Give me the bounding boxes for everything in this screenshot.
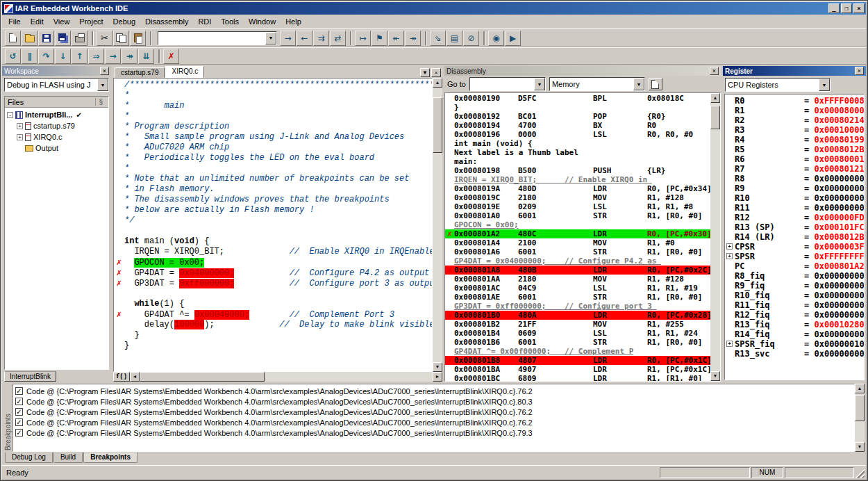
code-line[interactable] — [114, 288, 432, 299]
breakpoint-row[interactable]: ✓Code @ {C:\Program Files\IAR Systems\Em… — [15, 417, 853, 427]
breakpoint-row[interactable]: ✓Code @ {C:\Program Files\IAR Systems\Em… — [15, 386, 853, 396]
expand-icon[interactable]: + — [17, 134, 23, 140]
register-row-r7[interactable]: R7= 0x00080121 — [726, 164, 864, 174]
scroll-left-icon[interactable]: ◄ — [130, 372, 140, 382]
register-row-r9-fiq[interactable]: R9_fiq= 0x00000000 — [726, 281, 864, 291]
disassembly-vertical-scrollbar[interactable]: ▲ ▼ — [710, 93, 720, 381]
toggle-breakpoint-button[interactable]: ◉ — [488, 31, 504, 46]
code-line[interactable]: */ — [114, 215, 432, 226]
code-line[interactable]: * Small sample program using J-Link and … — [114, 132, 432, 142]
disasm-row[interactable]: GP4DAT ^= 0x00f00000; // Complement P — [445, 347, 710, 356]
disasm-row[interactable]: int main (void) { — [445, 139, 710, 148]
find-previous-button[interactable]: ← — [297, 31, 312, 46]
disasm-row[interactable]: 0x000801B66001STRR1, [R0, #0] — [445, 338, 710, 347]
register-row-r3[interactable]: R3= 0x00010000 — [726, 125, 864, 135]
disasm-row[interactable]: 0x0008019A480DLDRR0, [PC,#0x34] — [445, 184, 710, 193]
code-line[interactable]: * main — [114, 101, 432, 111]
menu-edit[interactable]: Edit — [26, 15, 49, 28]
disasm-row[interactable]: 0x000801AE6001STRR1, [R0, #0] — [445, 293, 710, 302]
register-row-r14-lr[interactable]: R14 (LR)= 0x0008012B — [726, 232, 864, 242]
code-editor[interactable]: /***************************************… — [113, 78, 433, 372]
replace-button[interactable]: ⇄ — [330, 31, 346, 46]
code-line[interactable]: * — [114, 163, 432, 174]
register-row-spsr[interactable]: +SPSR= 0xFFFFFFFF — [726, 252, 864, 261]
code-line[interactable]: int main (void) { — [114, 236, 432, 247]
disasm-row[interactable]: 0x000801B40609LSLR1, R1, #24 — [445, 329, 710, 338]
register-row-r8[interactable]: R8= 0x00000000 — [726, 174, 864, 184]
code-line[interactable] — [114, 226, 432, 236]
maximize-button[interactable]: ❐ — [841, 3, 852, 13]
print-button[interactable] — [72, 31, 87, 46]
register-row-r11-fiq[interactable]: R11_fiq= 0x00000000 — [726, 300, 864, 310]
files-header[interactable]: Files § — [5, 97, 108, 108]
code-line[interactable]: IRQEN = XIRQ0_BIT; // Enable XIRQ0 in IR… — [114, 247, 432, 257]
start-debugging-button[interactable]: ▶ — [505, 31, 521, 46]
disasm-row[interactable]: 0x000801960000LSLR0, R0, #0 — [445, 130, 710, 139]
disasm-row[interactable]: main: — [445, 157, 710, 166]
toggle-bookmark-button[interactable]: ⚑ — [372, 31, 387, 46]
register-row-cpsr[interactable]: +CPSR= 0x0000003F — [726, 242, 864, 252]
scroll-track[interactable] — [433, 88, 442, 362]
expand-icon[interactable]: + — [726, 341, 733, 347]
next-statement-button[interactable]: ⇒ — [88, 49, 104, 64]
register-row-r13-svc[interactable]: R13_svc= 0x00000000 — [726, 349, 864, 359]
menu-disassembly[interactable]: Disassembly — [140, 15, 193, 28]
menu-window[interactable]: Window — [244, 15, 281, 28]
new-document-button[interactable] — [5, 31, 21, 46]
scroll-thumb[interactable] — [140, 372, 265, 382]
editor-tab-cstartup-s79[interactable]: cstartup.s79 — [115, 67, 165, 78]
disasm-row[interactable]: 0x000801AC04C9LSLR1, R1, #19 — [445, 284, 710, 293]
breakpoint-mark-icon[interactable]: ✗ — [114, 309, 124, 320]
menu-project[interactable]: Project — [74, 15, 108, 28]
step-into-button[interactable]: ↓ — [55, 49, 71, 64]
function-list-button[interactable]: f() — [113, 372, 130, 382]
previous-bookmark-button[interactable]: ↞ — [388, 31, 404, 46]
copy-button[interactable] — [113, 31, 129, 46]
tab-list-icon[interactable]: ▼ — [420, 68, 430, 77]
scroll-down-icon[interactable]: ▼ — [433, 362, 442, 372]
next-bookmark-button[interactable]: ↠ — [405, 31, 421, 46]
workspace-tab-interruptblink[interactable]: InterruptBlink — [4, 371, 56, 382]
code-line[interactable]: * Periodically toggles the LED on the ev… — [114, 153, 432, 163]
disasm-row[interactable]: IRQEN = XIRQ0_BIT; // Enable XIRQ0 in — [445, 175, 710, 184]
editor-vertical-scrollbar[interactable]: ▲ ▼ — [433, 78, 442, 372]
register-row-r0[interactable]: R0= 0xFFFF0008 — [726, 96, 864, 106]
disassembly-close-icon[interactable]: × — [710, 67, 719, 75]
close-button[interactable]: × — [853, 3, 865, 13]
disasm-row[interactable]: GPOCON = 0x00; — [445, 220, 710, 229]
disasm-row[interactable]: ✗0x000801B84807LDRR0, [PC,#0x1C] — [445, 356, 710, 365]
disasm-row[interactable]: 0x0008019C2180MOVR1, #128 — [445, 193, 710, 202]
disasm-row[interactable]: 0x000801A06001STRR1, [R0, #0] — [445, 211, 710, 220]
menu-help[interactable]: Help — [281, 15, 306, 28]
breakpoint-row[interactable]: ✓Code @ {C:\Program Files\IAR Systems\Em… — [15, 396, 853, 407]
open-file-button[interactable] — [22, 31, 37, 46]
workspace-close-icon[interactable]: × — [100, 67, 109, 75]
save-all-button[interactable] — [55, 31, 71, 46]
register-row-r13-fiq[interactable]: R13_fiq= 0x00010280 — [726, 320, 864, 329]
code-line[interactable]: ✗ GPOCON = 0x00; — [114, 257, 432, 268]
dropdown-arrow-icon[interactable]: ▼ — [265, 32, 276, 44]
register-row-r2[interactable]: R2= 0x00080214 — [726, 115, 864, 125]
register-row-r12-fiq[interactable]: R12_fiq= 0x00000000 — [726, 310, 864, 320]
make-button[interactable]: ▤ — [446, 31, 462, 46]
code-line[interactable]: delay(100000); // Delay to make blink vi… — [114, 320, 432, 330]
register-row-r9[interactable]: R9= 0x00000000 — [726, 184, 864, 193]
configuration-selector[interactable]: Debug in FLASH using J ▼ — [4, 78, 109, 92]
scroll-thumb[interactable] — [855, 395, 865, 421]
register-title-bar[interactable]: Register × — [723, 66, 866, 76]
tab-debug-log[interactable]: Debug Log — [5, 453, 53, 463]
tree-item-cstartup-s79[interactable]: +cstartup.s79 — [5, 120, 108, 131]
breakpoint-checkbox[interactable]: ✓ — [15, 387, 23, 395]
disasm-row[interactable]: 0x00080198B500PUSH{LR} — [445, 166, 710, 175]
goto-combo[interactable]: ▼ — [469, 77, 546, 91]
register-group-combo[interactable]: CPU Registers ▼ — [725, 78, 831, 92]
code-line[interactable]: * ADuC7020 ARM chip — [114, 142, 432, 153]
disasm-row[interactable]: 0x000801A66001STRR1, [R0, #0] — [445, 247, 710, 256]
breakpoint-mark-icon[interactable]: ✗ — [114, 278, 124, 288]
disasm-row[interactable]: Next label is a Thumb label — [445, 148, 710, 157]
menu-view[interactable]: View — [49, 15, 75, 28]
view-mode-combo[interactable]: Memory ▼ — [549, 77, 645, 91]
disasm-row[interactable]: ✗0x000801A2480CLDRR0, [PC,#0x30] — [445, 229, 710, 238]
menu-debug[interactable]: Debug — [108, 15, 140, 28]
autostep-button[interactable]: ⇊ — [138, 49, 154, 64]
